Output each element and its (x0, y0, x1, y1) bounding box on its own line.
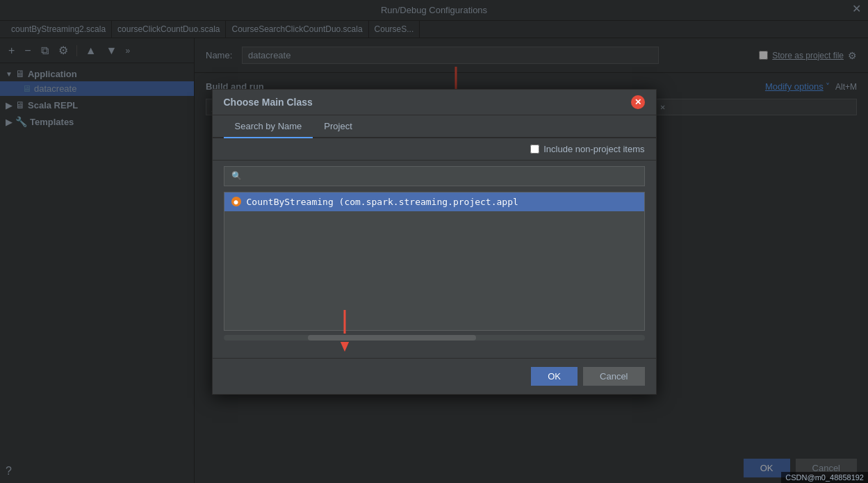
modal-spacer (213, 345, 656, 358)
search-input[interactable] (246, 171, 637, 181)
modal-tabs: Search by Name Project (213, 115, 656, 138)
modal-backdrop: Choose Main Class ✕ Search by Name Proje… (0, 0, 868, 483)
modal-close-button[interactable]: ✕ (631, 95, 645, 109)
watermark: CSDN@m0_48858192 (781, 472, 868, 483)
include-non-project-checkbox[interactable] (530, 145, 539, 154)
scrollbar-track (224, 335, 645, 341)
include-non-project-label: Include non-project items (543, 144, 644, 154)
tab-search-by-name[interactable]: Search by Name (224, 115, 313, 138)
modal-title-bar: Choose Main Class ✕ (213, 90, 656, 115)
scrollbar-thumb[interactable] (308, 335, 476, 341)
tab-project[interactable]: Project (313, 115, 363, 138)
class-icon: ● (231, 197, 241, 206)
scrollbar-area (224, 334, 645, 342)
modal-list: ● CountByStreaming (com.spark.streaming.… (224, 192, 645, 331)
list-item-count-by-streaming[interactable]: ● CountByStreaming (com.spark.streaming.… (224, 193, 644, 211)
search-icon: 🔍 (231, 171, 242, 181)
choose-main-class-modal: Choose Main Class ✕ Search by Name Proje… (212, 89, 657, 395)
modal-ok-button[interactable]: OK (531, 367, 578, 386)
modal-title: Choose Main Class (224, 97, 313, 108)
list-item-text: CountByStreaming (com.spark.streaming.pr… (247, 197, 518, 207)
modal-options-row: Include non-project items (213, 138, 656, 161)
modal-cancel-button[interactable]: Cancel (583, 367, 644, 386)
modal-search-field[interactable]: 🔍 (224, 166, 645, 186)
modal-buttons: OK Cancel (213, 358, 656, 394)
